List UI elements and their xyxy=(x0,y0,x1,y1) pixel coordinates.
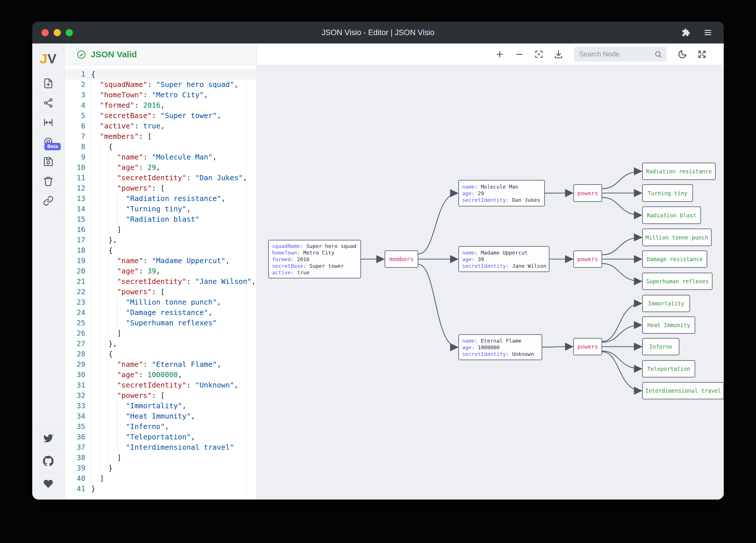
graph-edge xyxy=(602,303,642,341)
code-line[interactable]: 21 "secretIdentity": "Jane Wilson", xyxy=(65,276,256,287)
graph-node-l9[interactable]: Inferno xyxy=(642,338,679,355)
twitter-button[interactable] xyxy=(32,427,64,449)
live-transform-button[interactable]: Beta xyxy=(32,132,64,152)
code-line[interactable]: 41} xyxy=(65,484,256,494)
graph-node-l2[interactable]: Turning tiny xyxy=(642,184,693,202)
indent-guide xyxy=(108,256,109,338)
code-text: ] xyxy=(91,473,104,484)
code-line[interactable]: 39 } xyxy=(65,463,256,473)
code-line[interactable]: 16 ] xyxy=(65,225,256,235)
graph-node-l10[interactable]: Teleportation xyxy=(642,360,695,377)
app-logo[interactable]: JV xyxy=(32,44,64,73)
code-line[interactable]: 7 "members": [ xyxy=(65,131,256,142)
zoom-window-button[interactable] xyxy=(66,29,73,36)
beta-badge: Beta xyxy=(44,143,61,150)
github-button[interactable] xyxy=(32,449,64,472)
extension-icon[interactable] xyxy=(682,28,690,37)
zoom-out-button[interactable] xyxy=(513,48,525,60)
code-line[interactable]: 28 { xyxy=(65,349,256,359)
close-window-button[interactable] xyxy=(41,29,49,36)
code-line[interactable]: 10 "age": 29, xyxy=(65,162,256,173)
code-line[interactable]: 18 { xyxy=(65,245,256,256)
graph-node-l7[interactable]: Immortality xyxy=(642,295,690,312)
graph-canvas[interactable]: squadName: Super hero squadhomeTown: Met… xyxy=(257,65,724,499)
code-line[interactable]: 37 "Interdimensional travel" xyxy=(65,442,256,453)
expand-arrows-icon xyxy=(697,50,707,59)
code-line[interactable]: 33 "Immortality", xyxy=(65,401,256,411)
code-line[interactable]: 40 ] xyxy=(65,473,256,484)
graph-node-l6[interactable]: Superhuman reflexes xyxy=(642,272,712,290)
code-line[interactable]: 25 "Superhuman reflexes" xyxy=(65,318,256,328)
new-document-button[interactable] xyxy=(32,73,64,93)
graph-edge xyxy=(602,238,642,255)
code-line[interactable]: 38 ] xyxy=(65,453,256,463)
delete-button[interactable] xyxy=(32,171,64,191)
graph-node-l3[interactable]: Radiation blast xyxy=(642,207,701,224)
code-line[interactable]: 32 "powers": [ xyxy=(65,390,256,401)
sponsor-button[interactable] xyxy=(32,472,64,495)
code-text: "Immortality", xyxy=(91,401,186,411)
graph-node-m2[interactable]: name: Madame Uppercutage: 39secretIdenti… xyxy=(458,246,549,272)
code-line[interactable]: 3 "homeTown": "Metro City", xyxy=(65,90,256,100)
graph-node-l4[interactable]: Million tonne punch xyxy=(642,229,712,246)
code-line[interactable]: 23 "Million tonne punch", xyxy=(65,297,256,307)
logo-letter-v: V xyxy=(47,51,56,67)
code-line[interactable]: 5 "secretBase": "Super tower", xyxy=(65,111,256,121)
code-line[interactable]: 34 "Heat Immunity", xyxy=(65,411,256,421)
graph-node-l8[interactable]: Heat Immunity xyxy=(642,316,695,334)
code-line[interactable]: 36 "Teleportation", xyxy=(65,432,256,442)
code-line[interactable]: 17 }, xyxy=(65,235,256,245)
code-line[interactable]: 8 { xyxy=(65,142,256,152)
code-line[interactable]: 9 "name": "Molecule Man", xyxy=(65,152,256,162)
code-line[interactable]: 1{ xyxy=(65,69,256,80)
code-line[interactable]: 24 "Damage resistance", xyxy=(65,307,256,318)
download-image-button[interactable] xyxy=(553,48,564,60)
line-number: 34 xyxy=(65,411,91,421)
zoom-in-button[interactable] xyxy=(494,48,505,60)
code-area[interactable]: 1{2 "squadName": "Super hero squad",3 "h… xyxy=(65,66,256,499)
code-line[interactable]: 4 "formed": 2016, xyxy=(65,100,256,111)
save-button[interactable] xyxy=(32,152,64,171)
graph-node-l11[interactable]: Interdimensional travel xyxy=(642,382,724,399)
heart-icon xyxy=(43,478,54,489)
graph-node-p2[interactable]: powers xyxy=(573,251,602,268)
code-line[interactable]: 12 "powers": [ xyxy=(65,183,256,194)
share-button[interactable] xyxy=(32,93,64,113)
graph-node-m3[interactable]: name: Eternal Flameage: 1000000secretIde… xyxy=(458,334,542,360)
center-canvas-button[interactable] xyxy=(533,48,545,60)
minimize-window-button[interactable] xyxy=(54,29,61,36)
node-property: secretIdentity: Jane Wilson xyxy=(462,263,546,269)
browser-menu-icon[interactable] xyxy=(704,28,712,37)
graph-node-p1[interactable]: powers xyxy=(573,184,602,202)
code-line[interactable]: 11 "secretIdentity": "Dan Jukes", xyxy=(65,173,256,183)
code-line[interactable]: 26 ] xyxy=(65,328,256,338)
code-text: } xyxy=(91,463,113,473)
graph-node-l1[interactable]: Radiation resistance xyxy=(642,163,716,180)
code-line[interactable]: 14 "Turning tiny", xyxy=(65,204,256,214)
center-view-button[interactable] xyxy=(32,113,64,132)
code-line[interactable]: 30 "age": 1000000, xyxy=(65,370,256,380)
graph-node-members[interactable]: members xyxy=(385,251,418,268)
graph-node-l5[interactable]: Damage resistance xyxy=(642,251,707,268)
code-line[interactable]: 27 }, xyxy=(65,338,256,349)
graph-panel: squadName: Super hero squadhomeTown: Met… xyxy=(257,44,724,499)
dark-mode-toggle[interactable] xyxy=(676,48,688,60)
code-line[interactable]: 19 "name": "Madame Uppercut", xyxy=(65,256,256,266)
code-line[interactable]: 6 "active": true, xyxy=(65,121,256,131)
code-line[interactable]: 35 "Inferno", xyxy=(65,421,256,432)
code-line[interactable]: 29 "name": "Eternal Flame", xyxy=(65,359,256,370)
fullscreen-button[interactable] xyxy=(696,48,708,60)
code-line[interactable]: 2 "squadName": "Super hero squad", xyxy=(65,80,256,90)
graph-node-m1[interactable]: name: Molecule Manage: 29secretIdentity:… xyxy=(458,180,545,207)
code-line[interactable]: 22 "powers": [ xyxy=(65,287,256,297)
indent-guide xyxy=(91,80,91,484)
search-icon[interactable] xyxy=(654,50,662,58)
graph-node-root[interactable]: squadName: Super hero squadhomeTown: Met… xyxy=(268,240,361,278)
code-line[interactable]: 31 "secretIdentity": "Unknown", xyxy=(65,380,256,390)
code-line[interactable]: 15 "Radiation blast" xyxy=(65,214,256,225)
graph-node-p3[interactable]: powers xyxy=(573,338,602,355)
code-line[interactable]: 20 "age": 39, xyxy=(65,266,256,276)
code-line[interactable]: 13 "Radiation resistance", xyxy=(65,194,256,204)
search-node-input[interactable] xyxy=(579,50,651,58)
copy-link-button[interactable] xyxy=(32,191,64,211)
